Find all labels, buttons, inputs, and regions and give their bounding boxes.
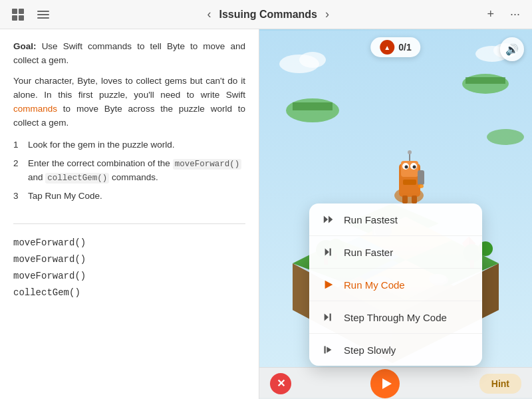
- run-my-code-icon: [321, 277, 336, 292]
- description-paragraph: Your character, Byte, loves to collect g…: [13, 74, 245, 130]
- run-fastest-item[interactable]: Run Fastest: [309, 203, 482, 236]
- top-nav-bar: ‹ Issuing Commands › + ···: [0, 0, 532, 29]
- step-through-label: Step Through My Code: [344, 312, 447, 323]
- step-2-text2: and: [28, 172, 45, 182]
- step-2-text3: commands.: [109, 172, 158, 182]
- bottom-toolbar: ✕ Hint: [259, 367, 532, 399]
- step-through-icon: [321, 310, 336, 325]
- add-button[interactable]: +: [484, 6, 497, 23]
- step-2-text: Enter the correct combination of the mov…: [28, 157, 245, 185]
- commands-keyword: commands: [13, 104, 57, 114]
- step-through-item[interactable]: Step Through My Code: [309, 301, 482, 334]
- svg-rect-26: [412, 196, 417, 203]
- step-1-num: 1: [13, 138, 21, 152]
- step-slowly-item[interactable]: Step Slowly: [309, 334, 482, 366]
- svg-marker-50: [324, 216, 328, 223]
- step-3-num: 3: [13, 190, 21, 203]
- left-panel: Goal: Use Swift commands to tell Byte to…: [0, 29, 259, 399]
- run-faster-item[interactable]: Run Faster: [309, 236, 482, 269]
- list-icon: [37, 10, 49, 19]
- run-faster-label: Run Faster: [344, 247, 393, 258]
- svg-point-5: [487, 129, 524, 145]
- right-panel: 0/1 🔊 Run Fastest Run Faster: [259, 29, 532, 399]
- run-fastest-icon: [321, 212, 336, 227]
- code-area[interactable]: moveForward() moveForward() moveForward(…: [0, 229, 259, 399]
- divider: [13, 223, 245, 224]
- svg-rect-17: [401, 161, 418, 177]
- svg-marker-52: [325, 249, 329, 256]
- instructions-area: Goal: Use Swift commands to tell Byte to…: [0, 29, 259, 218]
- code-line-4: collectGem(): [13, 285, 245, 301]
- step-3: 3 Tap Run My Code.: [13, 190, 245, 203]
- svg-point-28: [418, 184, 424, 188]
- goal-paragraph: Goal: Use Swift commands to tell Byte to…: [13, 40, 245, 68]
- svg-marker-54: [325, 281, 333, 289]
- sound-button[interactable]: 🔊: [500, 37, 524, 61]
- svg-rect-25: [402, 196, 408, 203]
- close-icon: ✕: [277, 377, 285, 390]
- more-button[interactable]: ···: [507, 6, 523, 23]
- svg-marker-51: [329, 216, 332, 223]
- steps-list: 1 Look for the gem in the puzzle world. …: [13, 138, 245, 203]
- svg-point-21: [413, 166, 416, 169]
- svg-point-47: [299, 52, 326, 68]
- svg-rect-4: [466, 77, 505, 84]
- code-line-2: moveForward(): [13, 251, 245, 268]
- code-line-1: moveForward(): [13, 235, 245, 251]
- prev-button[interactable]: ‹: [204, 6, 213, 23]
- svg-rect-24: [403, 180, 416, 185]
- description-text-part1: Your character, Byte, loves to collect g…: [13, 76, 245, 100]
- svg-point-23: [408, 150, 412, 154]
- score-badge: 0/1: [370, 37, 420, 57]
- step-3-text: Tap Run My Code.: [28, 190, 102, 203]
- step-2-code2: collectGem(): [45, 173, 109, 184]
- main-area: Goal: Use Swift commands to tell Byte to…: [0, 29, 532, 399]
- goal-label: Goal:: [13, 41, 37, 51]
- score-text: 0/1: [398, 42, 411, 53]
- code-line-3: moveForward(): [13, 268, 245, 285]
- step-2-num: 2: [13, 157, 21, 170]
- nav-left-icons: [9, 7, 52, 22]
- svg-point-20: [405, 166, 408, 169]
- svg-rect-27: [418, 170, 424, 185]
- svg-marker-58: [327, 347, 331, 353]
- nav-right-icons: + ···: [484, 6, 523, 23]
- step-2-code1: moveForward(): [173, 159, 242, 170]
- next-button[interactable]: ›: [323, 6, 332, 23]
- step-2-text1: Enter the correct combination of the: [28, 158, 173, 168]
- svg-marker-55: [325, 314, 329, 321]
- play-icon: [380, 377, 393, 390]
- goal-text: Use Swift commands to tell Byte to move …: [13, 41, 245, 65]
- run-menu: Run Fastest Run Faster Run My Code Step …: [309, 203, 482, 366]
- close-button[interactable]: ✕: [270, 373, 291, 394]
- step-2: 2 Enter the correct combination of the m…: [13, 157, 245, 185]
- run-my-code-label: Run My Code: [344, 279, 405, 291]
- svg-rect-2: [293, 102, 332, 110]
- grid-view-button[interactable]: [9, 7, 27, 22]
- grid-icon: [12, 9, 24, 21]
- step-slowly-icon: [321, 342, 336, 357]
- play-button[interactable]: [370, 369, 400, 398]
- list-view-button[interactable]: [35, 9, 52, 21]
- sound-icon: 🔊: [505, 43, 519, 56]
- run-fastest-label: Run Fastest: [344, 214, 398, 225]
- hint-button[interactable]: Hint: [479, 374, 521, 394]
- step-slowly-label: Step Slowly: [344, 344, 396, 356]
- svg-marker-59: [382, 378, 392, 389]
- step-1-text: Look for the gem in the puzzle world.: [28, 138, 175, 152]
- nav-title: Issuing Commands: [219, 9, 317, 21]
- run-faster-icon: [321, 245, 336, 259]
- run-my-code-item[interactable]: Run My Code: [309, 269, 482, 301]
- step-1: 1 Look for the gem in the puzzle world.: [13, 138, 245, 152]
- nav-center: ‹ Issuing Commands ›: [204, 6, 332, 23]
- score-icon: [380, 40, 394, 55]
